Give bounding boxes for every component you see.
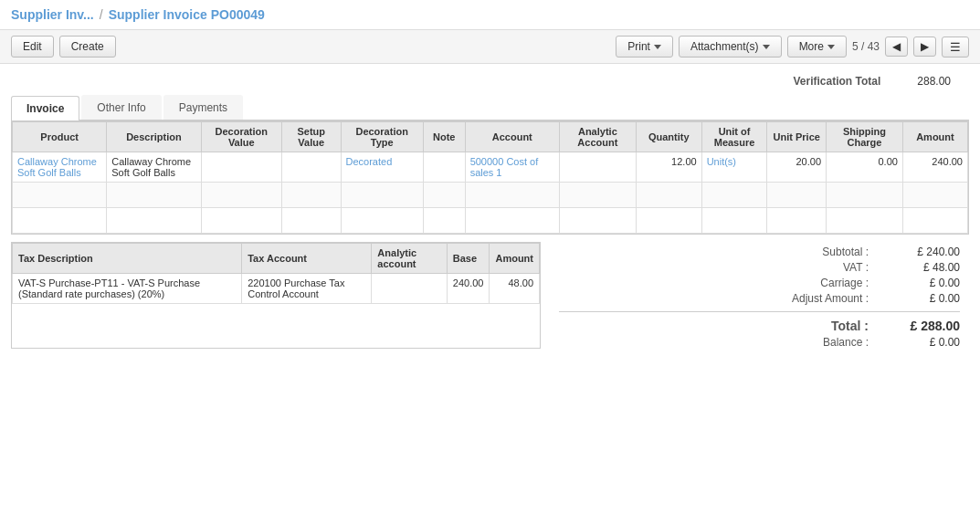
cell-unit-price: 20.00	[767, 152, 827, 183]
carriage-row: Carriage : £ 0.00	[559, 277, 960, 289]
col-header-description: Description	[107, 122, 201, 152]
subtotal-label: Subtotal :	[777, 246, 869, 258]
breadcrumb-separator: /	[100, 7, 103, 22]
col-header-decoration-value: Decoration Value	[201, 122, 281, 152]
vat-row: VAT : £ 48.00	[559, 261, 960, 274]
cell-tax-account: 220100 Purchase Tax Control Account	[242, 274, 372, 304]
cell-shipping-charge: 0.00	[827, 152, 903, 183]
attachments-dropdown-arrow	[763, 45, 770, 49]
tab-bar: Invoice Other Info Payments	[11, 95, 969, 120]
tab-other-info[interactable]: Other Info	[81, 95, 161, 120]
col-header-tax-amount: Amount	[490, 244, 540, 274]
verification-row: Verification Total 288.00	[11, 71, 969, 95]
breadcrumb-link[interactable]: Supplier Inv...	[11, 7, 94, 22]
table-row[interactable]: Callaway Chrome Soft Golf Balls Callaway…	[13, 152, 968, 183]
verification-label: Verification Total	[794, 75, 881, 88]
page-counter: 5 / 43	[852, 40, 880, 53]
subtotal-value: £ 240.00	[887, 246, 960, 258]
cell-note	[423, 152, 465, 183]
col-header-note: Note	[423, 122, 465, 152]
adjust-label: Adjust Amount :	[777, 292, 869, 305]
tax-table: Tax Description Tax Account Analytic acc…	[12, 243, 540, 304]
tab-payments[interactable]: Payments	[163, 95, 243, 120]
prev-page-button[interactable]: ◀	[885, 37, 908, 57]
cell-tax-description: VAT-S Purchase-PT11 - VAT-S Purchase (St…	[13, 274, 242, 304]
balance-label: Balance :	[777, 336, 869, 349]
content-area: Verification Total 288.00 Invoice Other …	[0, 64, 980, 523]
cell-tax-analytic	[372, 274, 447, 304]
tab-invoice[interactable]: Invoice	[11, 96, 79, 120]
carriage-label: Carriage :	[777, 277, 869, 289]
col-header-unit-price: Unit Price	[767, 122, 827, 152]
more-dropdown-arrow	[827, 45, 835, 49]
verification-value: 288.00	[917, 75, 951, 88]
cell-setup-value	[281, 152, 341, 183]
print-button[interactable]: Print	[616, 36, 673, 58]
print-dropdown-arrow	[654, 45, 661, 49]
menu-icon-button[interactable]: ☰	[942, 37, 969, 58]
cell-amount: 240.00	[902, 152, 967, 183]
cell-decoration-value	[201, 152, 281, 183]
adjust-row: Adjust Amount : £ 0.00	[559, 292, 960, 305]
col-header-uom: Unit of Measure	[701, 122, 767, 152]
bottom-section: Tax Description Tax Account Analytic acc…	[11, 242, 969, 349]
vat-label: VAT :	[777, 261, 869, 274]
more-button[interactable]: More	[787, 36, 847, 58]
cell-tax-base: 240.00	[447, 274, 490, 304]
cell-decoration-type: Decorated	[341, 152, 423, 183]
col-header-quantity: Quantity	[636, 122, 701, 152]
col-header-analytic-account: Analytic Account	[559, 122, 636, 152]
cell-uom: Unit(s)	[701, 152, 767, 183]
table-row-empty-1	[13, 183, 968, 208]
total-label: Total :	[777, 319, 869, 333]
create-button[interactable]: Create	[59, 36, 116, 58]
subtotal-row: Subtotal : £ 240.00	[559, 246, 960, 258]
vat-value: £ 48.00	[887, 261, 960, 274]
col-header-tax-account: Tax Account	[242, 244, 372, 274]
col-header-account: Account	[465, 122, 559, 152]
cell-analytic-account	[559, 152, 636, 183]
col-header-amount: Amount	[902, 122, 967, 152]
next-page-button[interactable]: ▶	[913, 37, 936, 57]
col-header-base: Base	[447, 244, 490, 274]
col-header-setup-value: Setup Value	[281, 122, 341, 152]
attachments-button[interactable]: Attachment(s)	[679, 36, 782, 58]
table-row-empty-2	[13, 208, 968, 234]
toolbar: Edit Create Print Attachment(s) More 5 /…	[0, 30, 980, 64]
edit-button[interactable]: Edit	[11, 36, 54, 58]
tax-table-wrap: Tax Description Tax Account Analytic acc…	[11, 242, 541, 349]
balance-row: Balance : £ 0.00	[559, 336, 960, 349]
col-header-analytic-account-tax: Analytic account	[372, 244, 447, 274]
col-header-decoration-type: Decoration Type	[341, 122, 423, 152]
totals-divider	[559, 311, 960, 312]
tax-table-row[interactable]: VAT-S Purchase-PT11 - VAT-S Purchase (St…	[13, 274, 540, 304]
adjust-value: £ 0.00	[887, 292, 960, 305]
cell-account: 500000 Cost of sales 1	[465, 152, 559, 183]
totals-section: Subtotal : £ 240.00 VAT : £ 48.00 Carria…	[541, 242, 969, 349]
cell-tax-amount: 48.00	[490, 274, 540, 304]
col-header-product: Product	[13, 122, 107, 152]
col-header-tax-description: Tax Description	[13, 244, 242, 274]
cell-product: Callaway Chrome Soft Golf Balls	[13, 152, 107, 183]
page-title: Supplier Invoice PO00049	[109, 7, 265, 22]
invoice-table: Product Description Decoration Value Set…	[12, 121, 968, 234]
carriage-value: £ 0.00	[887, 277, 960, 289]
balance-value: £ 0.00	[887, 336, 960, 349]
cell-description: Callaway Chrome Soft Golf Balls	[107, 152, 201, 183]
cell-quantity: 12.00	[636, 152, 701, 183]
total-row-grand: Total : £ 288.00	[559, 319, 960, 333]
title-bar: Supplier Inv... / Supplier Invoice PO000…	[0, 0, 980, 30]
total-value: £ 288.00	[887, 319, 960, 333]
invoice-table-wrap: Product Description Decoration Value Set…	[11, 120, 969, 235]
col-header-shipping-charge: Shipping Charge	[827, 122, 903, 152]
